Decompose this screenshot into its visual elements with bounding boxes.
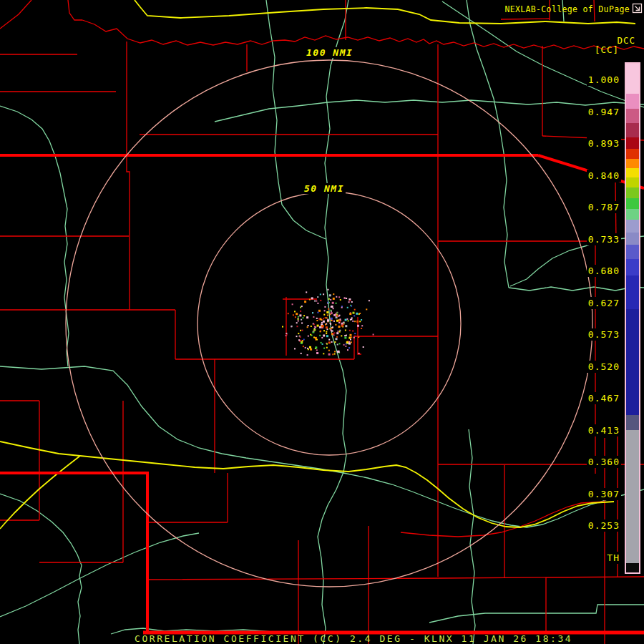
page-title: NEXLAB-College of DuPage xyxy=(504,4,630,14)
colorbar-segment xyxy=(626,430,639,563)
status-bar: CORRELATION COEFFICIENT (CC) 2.4 DEG - K… xyxy=(135,633,572,644)
colorbar-segment xyxy=(626,259,639,275)
colorbar-segment xyxy=(626,233,639,245)
colorbar-segment xyxy=(626,198,639,209)
radar-map xyxy=(0,0,644,644)
colorbar-segment xyxy=(626,149,639,159)
colorbar-segment xyxy=(626,209,639,220)
colorbar-segment xyxy=(626,309,639,415)
range-ring-100nmi xyxy=(66,60,592,587)
colorbar-segment xyxy=(626,137,639,149)
range-ring-50nmi xyxy=(197,192,461,455)
colorbar-segment xyxy=(626,94,639,109)
colorbar-segment xyxy=(626,109,639,123)
range-rings xyxy=(66,60,592,587)
highway-lines xyxy=(0,0,635,529)
colorbar-segment xyxy=(626,159,639,168)
product-code-label: DCC xyxy=(617,35,635,46)
colorbar-segment xyxy=(626,220,639,233)
colorbar-segment xyxy=(626,415,639,430)
units-label: [CC] xyxy=(595,44,619,55)
colorbar-segment xyxy=(626,177,639,187)
colorbar-segment xyxy=(626,275,639,309)
colorbar-segment xyxy=(626,245,639,259)
colorbar-segment xyxy=(626,187,639,198)
radar-display: NEXLAB-College of DuPage DCC [CC] 1.0000… xyxy=(0,0,644,644)
range-ring-label-50: 50 NMI xyxy=(303,183,346,194)
colorbar-segment xyxy=(626,168,639,177)
popout-icon[interactable] xyxy=(632,3,643,14)
colorbar-segment xyxy=(626,563,639,572)
colorbar-segment xyxy=(626,64,639,94)
range-ring-label-100: 100 NMI xyxy=(305,47,354,58)
colorbar-segment xyxy=(626,123,639,137)
colorbar xyxy=(625,62,640,574)
